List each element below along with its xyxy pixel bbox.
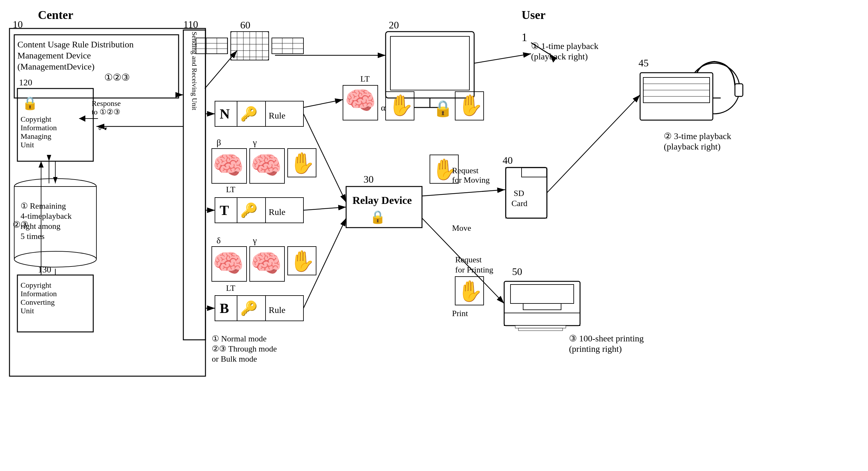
playback2-line2: (playback right) [664,142,721,151]
sd-label1: SD [514,189,524,198]
request-printing-line2: for Printing [455,265,493,274]
svg-rect-82 [735,84,743,96]
key-n-icon: 🔑 [240,105,258,122]
key-b-icon: 🔑 [240,300,258,316]
copyright-managing-line1: Copyright [21,115,52,123]
request-moving-line1: Request [452,166,479,175]
mode-line1: ① Normal mode [212,334,267,343]
svg-rect-78 [515,325,566,328]
brain-beta-icon: 🧠 [212,150,244,180]
relay-device-label: Relay Device [352,194,412,206]
node60-label: 60 [240,19,250,31]
node10-label: 10 [13,19,23,30]
copyright-managing-line2: Information [21,124,57,132]
rule2-label: Rule [269,207,285,217]
node120-label: 120 [19,77,32,87]
n-label: N [220,106,230,122]
printing3-line1: ③ 100-sheet printing [569,334,644,343]
mode-line3: or Bulk mode [212,354,257,364]
copyright-converting-line4: Unit [21,307,34,315]
copyright-managing-line4: Unit [21,141,34,149]
brain-alpha-icon: 🧠 [345,85,376,115]
user-label: User [522,8,546,22]
hand-tv-icon: ✋ [388,93,414,118]
key-t-icon: 🔑 [240,202,258,218]
gamma2-label: γ [253,236,257,245]
lock-relay-icon: 🔒 [370,209,385,224]
node20-label: 20 [389,19,399,31]
sd-label2: Card [512,199,528,208]
svg-point-12 [14,251,96,267]
t-label: T [220,202,229,218]
printing3-line2: (printing right) [569,344,622,354]
copyright-converting-line2: Information [21,289,57,298]
node30-label: 30 [364,174,374,185]
playback1-line2: (playback right) [531,52,588,61]
brain-delta2-icon: 🧠 [250,248,282,278]
gamma-label: γ [253,137,257,147]
remaining-line1: ① Remaining [21,201,66,211]
management-device-line1: Content Usage Rule Distribution [18,39,134,49]
circle123-label: ①②③ [104,72,130,83]
management-device-line3: (ManagementDevice) [18,62,94,71]
svg-rect-44 [385,32,474,98]
lock-icon: 🔒 [22,95,38,111]
diagram-container: Center User 1 10 110 Sending and Receivi… [0,0,868,471]
hand-beta-icon: ✋ [289,151,315,176]
circle23-label: ②③ [13,220,28,229]
delta-label: δ [217,236,221,245]
lt-gamma-label: LT [226,284,235,293]
alpha-label: α [381,103,385,113]
node130-label: 130 [38,264,51,274]
copyright-converting-line1: Copyright [21,281,52,289]
lt-alpha-label: LT [360,74,370,84]
node1-label: 1 [522,31,527,43]
key-icon: 🗝 [98,123,107,133]
lt-beta-label: LT [226,185,235,194]
brain-gamma-icon: 🧠 [250,150,282,180]
request-moving-line2: for Moving [452,176,490,185]
brain-delta-icon: 🧠 [212,248,244,278]
hand-tv2-icon: ✋ [458,93,484,118]
node45-label: 45 [639,57,649,69]
playback1-line1: ① 1-time playback [531,41,598,51]
lock-tv-icon: 🔒 [433,99,453,118]
mode-line2: ②③ Through mode [212,344,277,353]
b-label: B [220,301,229,316]
node40-label: 40 [503,155,513,166]
response-line2: to ①②③ [92,108,120,116]
node110-label: 110 [183,19,198,30]
remaining-line2: 4-timeplayback [21,212,72,221]
center-label: Center [38,8,73,22]
rule3-label: Rule [269,305,285,315]
management-device-line2: Management Device [18,51,91,60]
hand-delta-icon: ✋ [289,249,315,274]
move-label: Move [452,223,471,233]
rule1-label: Rule [269,111,285,120]
playback2-line1: ② 3-time playback [664,131,731,141]
copyright-managing-line3: Managing [21,132,51,140]
copyright-converting-line3: Converting [21,298,55,306]
hand-print-icon: ✋ [457,279,483,304]
svg-rect-79 [518,328,563,331]
response-line1: Response [92,99,121,107]
print-label: Print [452,309,468,318]
node50-label: 50 [512,266,522,277]
beta-label: β [217,137,221,147]
